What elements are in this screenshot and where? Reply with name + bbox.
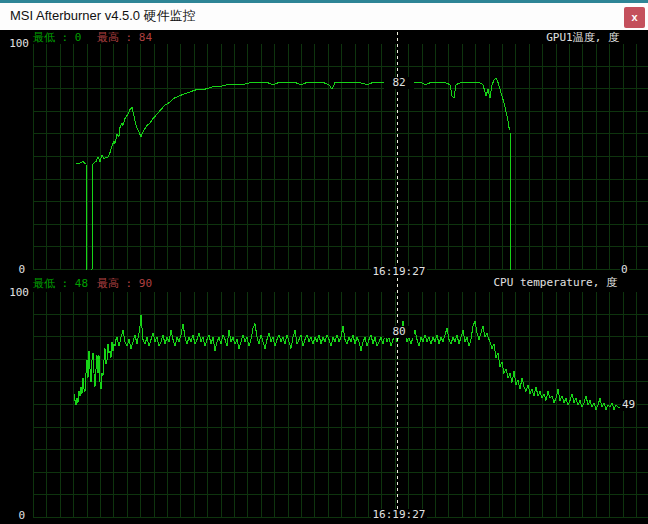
- cpu-end-value: 49: [621, 399, 636, 411]
- cpu-ytop-label: 100: [2, 287, 30, 299]
- cpu-graph-title: CPU temperature, 度: [492, 277, 618, 289]
- gpu-cursor-value: 82: [384, 77, 414, 89]
- gpu-max-label: 最高 : 84: [96, 32, 153, 44]
- cpu-ybottom-label: 0: [8, 510, 26, 522]
- gpu-temp-graph[interactable]: [33, 44, 648, 270]
- afterburner-monitor-window: MSI Afterburner v4.5.0 硬件监控 x 最低 : 0 最高 …: [0, 0, 648, 524]
- cpu-cursor-time: 16:19:27: [371, 509, 427, 521]
- gpu-temp-line: [33, 44, 648, 270]
- gpu-graph-title: GPU1温度, 度: [545, 32, 620, 44]
- cpu-temp-graph[interactable]: [33, 292, 648, 518]
- gpu-ybottom-right-label: 0: [620, 264, 629, 276]
- cpu-cursor-value: 80: [384, 326, 414, 338]
- gpu-ybottom-label: 0: [8, 264, 26, 276]
- cpu-min-label: 最低 : 48: [32, 278, 89, 290]
- window-title: MSI Afterburner v4.5.0 硬件监控: [10, 3, 196, 30]
- cpu-temp-line: [33, 292, 648, 518]
- close-icon: x: [631, 11, 637, 23]
- gpu-ytop-label: 100: [2, 38, 30, 50]
- close-button[interactable]: x: [624, 7, 645, 28]
- gpu-min-label: 最低 : 0: [32, 32, 83, 44]
- cpu-max-label: 最高 : 90: [96, 278, 153, 290]
- window-titlebar[interactable]: MSI Afterburner v4.5.0 硬件监控 x: [0, 3, 648, 30]
- gpu-cursor-time: 16:19:27: [371, 266, 427, 278]
- monitor-panel: 最低 : 0 最高 : 84 GPU1温度, 度 100 82 0 16:19:…: [0, 30, 648, 524]
